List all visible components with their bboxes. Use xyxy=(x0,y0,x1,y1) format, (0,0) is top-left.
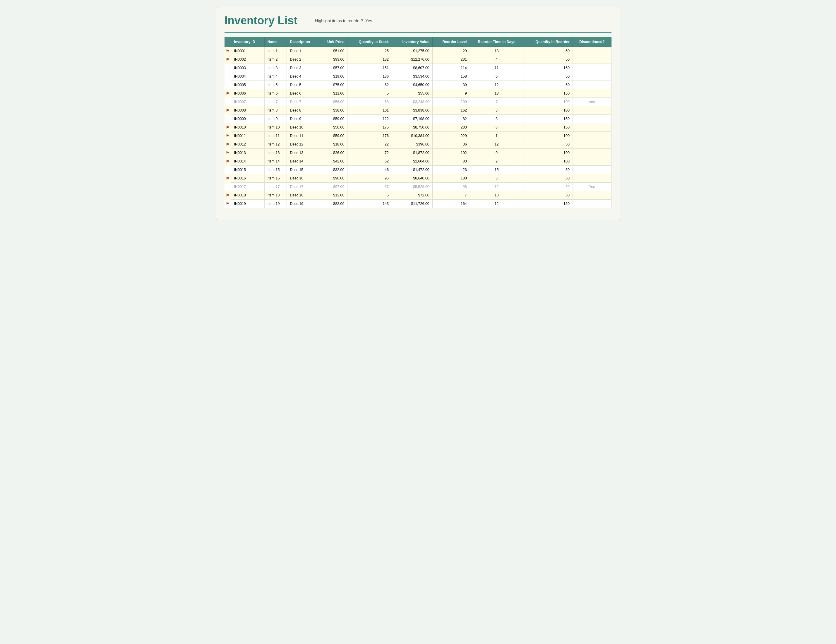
cell-discontinued xyxy=(573,166,611,174)
table-row: ⚑IN0010Item 10Desc 10$50.00175$8,750.002… xyxy=(225,123,611,132)
cell-qty-stock: 46 xyxy=(348,166,392,174)
table-row: ⚑IN0014Item 14Desc 14$42.0062$2,604.0083… xyxy=(225,157,611,166)
cell-reorder-level: 283 xyxy=(432,123,470,132)
page-container: Inventory List Highlight items to reorde… xyxy=(216,7,620,220)
cell-reorder-time: 3 xyxy=(470,106,523,115)
table-row: ⚑IN0002Item 2Desc 2$93.00132$12,276.0023… xyxy=(225,55,611,64)
cell-discontinued xyxy=(573,81,611,89)
cell-id: IN0019 xyxy=(231,199,265,208)
table-row: ⚑IN0016Item 16Desc 16$90.0096$8,640.0018… xyxy=(225,174,611,183)
cell-qty-reorder: 100 xyxy=(523,106,573,115)
cell-unit-price: $32.00 xyxy=(319,166,348,174)
cell-description: Desc 18 xyxy=(287,191,319,199)
cell-discontinued xyxy=(573,157,611,166)
flag-cell: ⚑ xyxy=(225,47,231,55)
cell-qty-stock: 5 xyxy=(348,89,392,98)
cell-qty-stock: 22 xyxy=(348,140,392,149)
cell-inv-value: $12,276.00 xyxy=(392,55,432,64)
cell-id: IN0002 xyxy=(231,55,265,64)
cell-id: IN0004 xyxy=(231,72,265,81)
cell-qty-reorder: 150 xyxy=(523,123,573,132)
header-qty-reorder: Quantity in Reorder xyxy=(523,37,573,47)
cell-name: Item 11 xyxy=(265,132,287,140)
table-row: ⚑IN0018Item 18Desc 18$12.006$72.0071350 xyxy=(225,191,611,199)
cell-description: Desc 17 xyxy=(287,183,319,191)
cell-unit-price: $82.00 xyxy=(319,199,348,208)
cell-id: IN0005 xyxy=(231,81,265,89)
cell-discontinued xyxy=(573,55,611,64)
cell-inv-value: $10,384.00 xyxy=(392,132,432,140)
cell-name: Item 6 xyxy=(265,89,287,98)
cell-reorder-level: 29 xyxy=(432,47,470,55)
flag-icon: ⚑ xyxy=(226,134,230,138)
flag-cell: ⚑ xyxy=(225,89,231,98)
cell-reorder-level: 23 xyxy=(432,166,470,174)
table-header: Inventory ID Name Description Unit Price… xyxy=(225,37,611,47)
header-name: Name xyxy=(265,37,287,47)
table-row: IN0003Item 3Desc 3$57.00151$8,607.001141… xyxy=(225,64,611,72)
cell-reorder-level: 83 xyxy=(432,157,470,166)
cell-unit-price: $59.00 xyxy=(319,132,348,140)
cell-description: Desc 14 xyxy=(287,157,319,166)
cell-reorder-time: 15 xyxy=(470,166,523,174)
cell-qty-reorder: 150 xyxy=(523,89,573,98)
cell-qty-stock: 101 xyxy=(348,106,392,115)
flag-icon: ⚑ xyxy=(226,91,230,96)
cell-inv-value: $1,275.00 xyxy=(392,47,432,55)
cell-reorder-time: 12 xyxy=(470,81,523,89)
cell-qty-stock: 62 xyxy=(348,81,392,89)
cell-inv-value: $1,872.00 xyxy=(392,149,432,157)
cell-reorder-time: 7 xyxy=(470,98,523,106)
cell-description: Desc 9 xyxy=(287,115,319,123)
cell-id: IN0006 xyxy=(231,89,265,98)
header-flag xyxy=(225,37,231,47)
table-row: IN0007Item 7Desc 7$56.0058$3,248.0010971… xyxy=(225,98,611,106)
table-row: IN0015Item 15Desc 15$32.0046$1,472.00231… xyxy=(225,166,611,174)
cell-discontinued xyxy=(573,132,611,140)
cell-name: Item 13 xyxy=(265,149,287,157)
cell-name: Item 8 xyxy=(265,106,287,115)
cell-description: Desc 16 xyxy=(287,174,319,183)
cell-inv-value: $5,529.00 xyxy=(392,183,432,191)
cell-name: Item 2 xyxy=(265,55,287,64)
cell-inv-value: $3,534.00 xyxy=(392,72,432,81)
cell-reorder-level: 229 xyxy=(432,132,470,140)
cell-qty-reorder: 100 xyxy=(523,157,573,166)
cell-reorder-level: 39 xyxy=(432,81,470,89)
table-row: ⚑IN0006Item 6Desc 6$11.005$55.00913150 xyxy=(225,89,611,98)
cell-discontinued xyxy=(573,72,611,81)
flag-icon: ⚑ xyxy=(226,49,230,53)
cell-reorder-time: 4 xyxy=(470,55,523,64)
flag-cell xyxy=(225,183,231,191)
cell-qty-reorder: 100 xyxy=(523,149,573,157)
flag-cell: ⚑ xyxy=(225,199,231,208)
cell-description: Desc 15 xyxy=(287,166,319,174)
cell-reorder-time: 11 xyxy=(470,64,523,72)
flag-cell: ⚑ xyxy=(225,123,231,132)
cell-name: Item 1 xyxy=(265,47,287,55)
cell-unit-price: $19.00 xyxy=(319,72,348,81)
cell-inv-value: $11,726.00 xyxy=(392,199,432,208)
cell-inv-value: $8,607.00 xyxy=(392,64,432,72)
cell-description: Desc 4 xyxy=(287,72,319,81)
cell-inv-value: $1,472.00 xyxy=(392,166,432,174)
cell-unit-price: $75.00 xyxy=(319,81,348,89)
flag-cell: ⚑ xyxy=(225,106,231,115)
table-wrapper: Inventory ID Name Description Unit Price… xyxy=(225,37,611,208)
cell-qty-stock: 186 xyxy=(348,72,392,81)
cell-id: IN0017 xyxy=(231,183,265,191)
cell-qty-reorder: 150 xyxy=(523,115,573,123)
cell-unit-price: $18.00 xyxy=(319,140,348,149)
flag-icon: ⚑ xyxy=(226,142,230,147)
cell-reorder-level: 231 xyxy=(432,55,470,64)
cell-qty-stock: 122 xyxy=(348,115,392,123)
cell-discontinued xyxy=(573,64,611,72)
table-row: ⚑IN0019Item 19Desc 19$82.00143$11,726.00… xyxy=(225,199,611,208)
header-inv-value: Inventory Value xyxy=(392,37,432,47)
cell-name: Item 19 xyxy=(265,199,287,208)
cell-inv-value: $2,604.00 xyxy=(392,157,432,166)
cell-reorder-level: 82 xyxy=(432,115,470,123)
cell-id: IN0016 xyxy=(231,174,265,183)
cell-name: Item 14 xyxy=(265,157,287,166)
table-row: ⚑IN0001Item 1Desc 1$51.0025$1,275.002913… xyxy=(225,47,611,55)
